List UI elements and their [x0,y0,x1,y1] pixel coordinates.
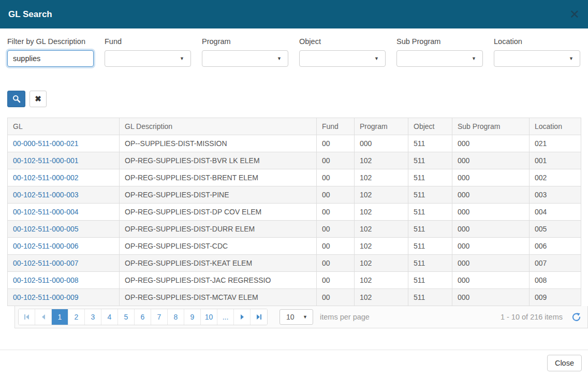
table-row: 00-102-511-000-001OP-REG-SUPPLIES-DIST-B… [8,152,581,169]
table-cell: 511 [408,272,452,289]
gl-link[interactable]: 00-102-511-000-001 [13,156,79,165]
table-cell: 000 [452,272,530,289]
gl-cell: 00-102-511-000-009 [8,289,120,306]
pager-bar: 12345678910... 10 ▼ items per page 1 - 1… [14,306,588,328]
gl-link[interactable]: 00-102-511-000-006 [13,242,79,250]
pager-buttons-group: 12345678910... [18,309,268,325]
results-grid: GL GL Description Fund Program Object Su… [7,118,581,328]
chevron-down-icon: ▼ [374,56,379,61]
modal-title: GL Search [8,9,52,20]
table-cell: 102 [355,169,408,186]
table-cell: 000 [452,255,530,272]
pager-page-8[interactable]: 8 [168,309,184,325]
page-size-value: 10 [286,313,295,321]
pager-page-4[interactable]: 4 [101,309,118,325]
gl-link[interactable]: 00-102-511-000-009 [13,293,79,301]
chevron-down-icon: ▼ [303,315,307,320]
table-cell: 511 [408,289,452,306]
gl-link[interactable]: 00-102-511-000-004 [13,208,79,216]
filter-description-label: Filter by GL Description [7,37,94,46]
column-header-object: Object [408,118,452,135]
action-bar: ✖ [7,91,581,107]
pager-more-pages-button[interactable]: ... [217,309,234,325]
table-cell: OP-REG-SUPPLIES-DIST-DP COV ELEM [120,204,317,221]
table-cell: 003 [530,186,581,204]
table-row: 00-102-511-000-002OP-REG-SUPPLIES-DIST-B… [8,169,581,186]
pager-first-button[interactable] [19,309,35,325]
search-icon [12,95,21,103]
gl-cell: 00-102-511-000-004 [8,204,120,221]
gl-description-input[interactable] [7,50,94,67]
table-row: 00-102-511-000-003OP-REG-SUPPLIES-DIST-P… [8,186,581,204]
gl-link[interactable]: 00-000-511-000-021 [13,139,79,148]
table-cell: 001 [530,152,581,169]
column-header-subprogram: Sub Program [452,118,530,135]
table-cell: 000 [355,135,408,152]
column-header-fund: Fund [317,118,355,135]
filter-program-block: Program ▼ [202,37,288,67]
pager-page-5[interactable]: 5 [118,309,135,325]
gl-cell: 00-102-511-000-008 [8,272,120,289]
gl-cell: 00-102-511-000-002 [8,169,120,186]
chevron-down-icon: ▼ [569,56,574,61]
filter-fund-label: Fund [105,37,191,46]
table-cell: 000 [452,204,530,221]
table-cell: OP-REG-SUPPLIES-DIST-PINE [120,186,317,204]
table-cell: 000 [452,135,530,152]
results-table: GL GL Description Fund Program Object Su… [7,118,581,306]
fund-dropdown[interactable]: ▼ [105,50,191,67]
table-cell: 021 [530,135,581,152]
pager-info: 1 - 10 of 216 items [501,313,563,321]
location-dropdown[interactable]: ▼ [494,50,580,67]
arrow-left-icon [42,314,45,320]
table-cell: OP-REG-SUPPLIES-DIST-BVR LK ELEM [120,152,317,169]
table-cell: OP-REG-SUPPLIES-DIST-CDC [120,238,317,255]
table-cell: 000 [452,152,530,169]
gl-link[interactable]: 00-102-511-000-003 [13,191,79,199]
program-dropdown[interactable]: ▼ [202,50,288,67]
page-size-select[interactable]: 10 ▼ [280,309,313,325]
gl-link[interactable]: 00-102-511-000-002 [13,173,79,182]
pager-page-1[interactable]: 1 [52,309,68,325]
pager-page-7[interactable]: 7 [151,309,168,325]
close-button[interactable]: Close [547,355,582,371]
clear-x-icon: ✖ [35,94,41,104]
gl-link[interactable]: 00-102-511-000-007 [13,259,79,267]
search-button[interactable] [7,91,25,107]
filter-fund-block: Fund ▼ [105,37,191,67]
chevron-down-icon: ▼ [180,56,184,61]
filter-subprogram-block: Sub Program ▼ [396,37,483,67]
table-cell: 005 [530,221,581,238]
pager-page-6[interactable]: 6 [135,309,151,325]
pager-page-9[interactable]: 9 [184,309,201,325]
pager-page-10[interactable]: 10 [201,309,217,325]
table-cell: 000 [452,289,530,306]
table-cell: 00 [317,221,355,238]
table-cell: 511 [408,169,452,186]
table-cell: 511 [408,255,452,272]
clear-filters-button[interactable]: ✖ [30,91,47,107]
table-cell: 102 [355,289,408,306]
pager-next-button[interactable] [234,309,251,325]
table-cell: 102 [355,221,408,238]
filter-subprogram-label: Sub Program [396,37,483,46]
table-cell: 00 [317,238,355,255]
pager-last-button[interactable] [251,309,267,325]
seek-first-icon [24,314,25,320]
pager-page-2[interactable]: 2 [68,309,85,325]
table-cell: 102 [355,272,408,289]
close-icon[interactable]: ✕ [569,8,580,21]
table-cell: 102 [355,238,408,255]
sub-program-dropdown[interactable]: ▼ [396,50,483,67]
table-cell: 00 [317,169,355,186]
table-cell: 511 [408,204,452,221]
gl-link[interactable]: 00-102-511-000-008 [13,276,79,284]
refresh-button[interactable] [571,312,581,322]
table-cell: 000 [452,169,530,186]
gl-cell: 00-102-511-000-007 [8,255,120,272]
pager-prev-button[interactable] [35,309,52,325]
table-cell: 102 [355,255,408,272]
object-dropdown[interactable]: ▼ [299,50,386,67]
gl-link[interactable]: 00-102-511-000-005 [13,225,79,233]
pager-page-3[interactable]: 3 [85,309,101,325]
